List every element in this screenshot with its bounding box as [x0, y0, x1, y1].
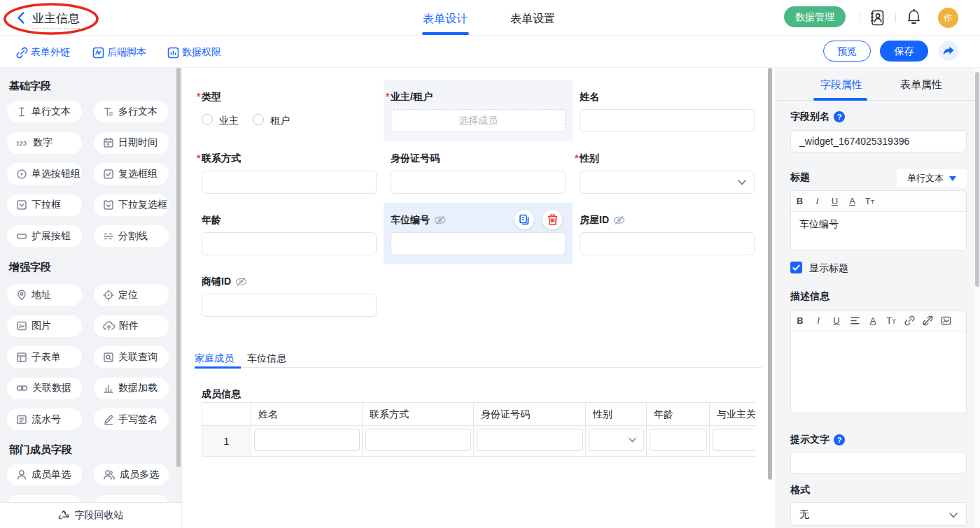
svg-text:123: 123: [16, 140, 27, 147]
